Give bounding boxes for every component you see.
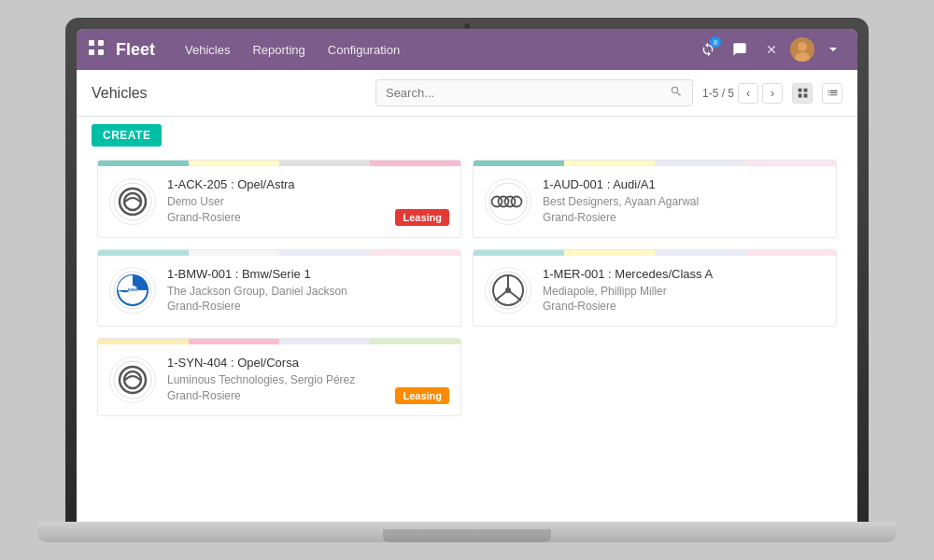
svg-point-24 [505, 287, 511, 293]
leasing-badge: Leasing [395, 209, 449, 226]
vehicle-company: Mediapole, Phillipp Miller [543, 284, 825, 300]
grid-view-btn[interactable] [792, 83, 813, 104]
vehicle-location: Grand-Rosiere [167, 299, 449, 315]
main-content: Vehicles 1-5 / 5 ‹ › [77, 70, 857, 522]
vehicle-title: 1-SYN-404 : Opel/Corsa [167, 356, 449, 370]
svg-rect-3 [98, 49, 104, 55]
card-color-bar [474, 250, 836, 256]
pagination-prev[interactable]: ‹ [738, 83, 758, 104]
card-body: 1-SYN-404 : Opel/Corsa Luminous Technolo… [98, 344, 460, 415]
vehicles-grid: 1-ACK-205 : Opel/Astra Demo User Grand-R… [77, 154, 857, 437]
vehicle-company: The Jackson Group, Daniel Jackson [167, 284, 449, 300]
grid-menu-icon[interactable] [88, 39, 105, 61]
vehicle-card-bmw-001[interactable]: BMW 1-BMW-001 : Bmw/Serie 1 The Jackson … [97, 249, 461, 328]
card-info: 1-AUD-001 : Audi/A1 Best Designers, Ayaa… [543, 177, 825, 226]
svg-point-5 [798, 42, 807, 51]
search-icon [670, 85, 683, 101]
vehicle-location: Grand-Rosiere [543, 299, 825, 315]
search-input[interactable] [386, 86, 664, 100]
vehicle-card-aud-001[interactable]: 1-AUD-001 : Audi/A1 Best Designers, Ayaa… [473, 160, 837, 238]
pagination-text: 1-5 / 5 [702, 87, 734, 100]
svg-rect-1 [98, 40, 104, 46]
leasing-badge: Leasing [395, 387, 449, 404]
card-color-bar [474, 161, 836, 166]
nav-configuration[interactable]: Configuration [318, 37, 409, 63]
opel-logo [109, 178, 156, 225]
opel-logo-2 [109, 357, 156, 403]
action-bar: CREATE [77, 117, 857, 154]
pagination: 1-5 / 5 ‹ › [702, 83, 783, 104]
card-body: 1-MER-001 : Mercedes/Class A Mediapole, … [474, 256, 836, 327]
vehicle-card-syn-404[interactable]: 1-SYN-404 : Opel/Corsa Luminous Technolo… [97, 338, 461, 416]
laptop-hinge [383, 529, 551, 542]
mercedes-logo [485, 267, 531, 314]
vehicle-title: 1-AUD-001 : Audi/A1 [543, 177, 825, 191]
page-title: Vehicles [92, 85, 366, 102]
audi-logo [485, 178, 531, 225]
user-dropdown-icon[interactable] [820, 36, 846, 63]
refresh-icon[interactable]: 8 [695, 36, 721, 63]
app-name: Fleet [116, 40, 155, 60]
card-body: 1-ACK-205 : Opel/Astra Demo User Grand-R… [98, 166, 460, 237]
card-info: 1-BMW-001 : Bmw/Serie 1 The Jackson Grou… [167, 267, 449, 315]
vehicle-title: 1-ACK-205 : Opel/Astra [167, 177, 449, 191]
nav-reporting[interactable]: Reporting [243, 37, 314, 63]
list-view-btn[interactable] [822, 83, 842, 104]
topbar: Fleet Vehicles Reporting Configuration 8 [77, 29, 857, 70]
nav-vehicles[interactable]: Vehicles [176, 37, 239, 63]
svg-text:BMW: BMW [128, 287, 137, 292]
create-button[interactable]: CREATE [92, 124, 162, 147]
vehicle-title: 1-MER-001 : Mercedes/Class A [543, 267, 825, 281]
notification-badge: 8 [710, 36, 721, 48]
topbar-right: 8 [695, 36, 846, 63]
card-body: BMW 1-BMW-001 : Bmw/Serie 1 The Jackson … [98, 256, 460, 327]
card-body: 1-AUD-001 : Audi/A1 Best Designers, Ayaa… [474, 166, 836, 237]
user-avatar[interactable] [790, 37, 814, 62]
vehicle-company: Demo User [167, 194, 449, 210]
close-icon[interactable] [758, 36, 785, 63]
vehicle-company: Best Designers, Ayaan Agarwal [543, 194, 825, 210]
svg-rect-0 [89, 40, 94, 46]
card-color-bar [98, 161, 460, 166]
vehicle-company: Luminous Technologies, Sergio Pérez [167, 372, 449, 388]
svg-rect-2 [89, 49, 94, 55]
card-info: 1-MER-001 : Mercedes/Class A Mediapole, … [543, 267, 825, 315]
vehicle-location: Grand-Rosiere [543, 210, 825, 226]
content-toolbar: Vehicles 1-5 / 5 ‹ › [77, 70, 857, 117]
top-navigation: Vehicles Reporting Configuration [176, 37, 689, 63]
search-bar[interactable] [375, 79, 693, 106]
vehicle-card-ack-205[interactable]: 1-ACK-205 : Opel/Astra Demo User Grand-R… [97, 160, 461, 238]
laptop-base [37, 522, 897, 542]
camera-indicator [464, 23, 470, 29]
bmw-logo: BMW [109, 267, 156, 314]
vehicle-card-mer-001[interactable]: 1-MER-001 : Mercedes/Class A Mediapole, … [473, 249, 837, 328]
chat-icon[interactable] [727, 36, 753, 63]
vehicle-title: 1-BMW-001 : Bmw/Serie 1 [167, 267, 449, 281]
pagination-next[interactable]: › [762, 83, 783, 104]
card-color-bar [98, 339, 460, 344]
card-color-bar [98, 250, 460, 256]
